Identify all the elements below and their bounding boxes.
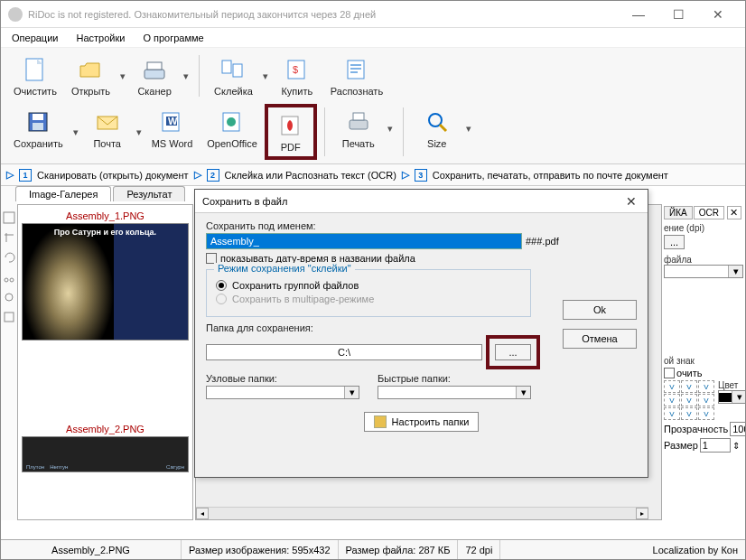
tab-ocr[interactable]: OCR xyxy=(694,206,724,219)
mail-button[interactable]: Почта xyxy=(81,104,134,153)
scanner-dropdown[interactable]: ▾ xyxy=(181,70,191,82)
step-3-badge: 3 xyxy=(415,169,427,182)
toolbar: Очистить Открыть ▾ Сканер ▾ Склейка ▾ $ … xyxy=(1,48,745,164)
cut-icon[interactable] xyxy=(3,271,15,284)
magnifier-icon xyxy=(423,107,452,136)
open-dropdown[interactable]: ▾ xyxy=(117,70,128,82)
svg-rect-7 xyxy=(348,61,364,79)
pdf-button[interactable]: PDF xyxy=(265,104,317,160)
folder-open-icon xyxy=(76,55,105,84)
dpi-browse[interactable]: ... xyxy=(664,235,685,249)
watermark-position-grid[interactable]: VVV VVV VVV xyxy=(664,380,714,420)
svg-text:$: $ xyxy=(293,64,298,75)
scanner-icon xyxy=(140,55,169,84)
scanner-button[interactable]: Сканер xyxy=(128,51,181,100)
mode-legend: Режим сохранения "склейки" xyxy=(214,263,355,274)
watermark-label: ой знак xyxy=(664,356,743,366)
quick-folders-combo[interactable]: ▾ xyxy=(378,386,531,399)
svg-rect-2 xyxy=(147,62,162,70)
cancel-button[interactable]: Отмена xyxy=(563,329,637,349)
minimize-button[interactable]: — xyxy=(619,2,658,27)
thumbnail-image: Плутон Нептун Сатурн xyxy=(22,436,189,472)
save-button[interactable]: Сохранить xyxy=(6,104,70,153)
recognize-button[interactable]: Распознать xyxy=(323,51,390,100)
close-button[interactable]: ✕ xyxy=(698,2,738,27)
node-folders-combo[interactable]: ▾ xyxy=(206,386,359,399)
folder-combo[interactable]: C:\ xyxy=(206,344,482,360)
image-gallery: Assembly_1.PNG Про Сатурн и его кольца. … xyxy=(17,204,193,520)
save-dropdown[interactable]: ▾ xyxy=(70,126,81,138)
thumbnail[interactable]: Assembly_1.PNG Про Сатурн и его кольца. xyxy=(22,209,189,341)
printer-icon xyxy=(344,107,373,136)
menu-settings[interactable]: Настройки xyxy=(70,31,130,45)
menu-about[interactable]: О программе xyxy=(137,31,209,45)
ocr-icon xyxy=(342,55,371,84)
dialog-close[interactable]: ✕ xyxy=(622,194,640,209)
save-as-label: Сохранить под именем: xyxy=(206,220,637,231)
tab-ika[interactable]: ЙКА xyxy=(664,206,693,219)
browse-highlight: ... xyxy=(486,335,540,369)
panel-close[interactable]: ✕ xyxy=(727,206,741,219)
svg-point-19 xyxy=(227,117,236,126)
radio-group-files[interactable] xyxy=(216,280,227,291)
step-1-badge: 1 xyxy=(19,169,32,182)
status-filesize: Размер файла: 287 КБ xyxy=(339,540,459,559)
open-button[interactable]: Открыть xyxy=(64,51,117,100)
browse-button[interactable]: ... xyxy=(495,344,531,360)
tool-icon[interactable] xyxy=(3,211,15,224)
tab-gallery[interactable]: Image-Галерея xyxy=(15,186,111,201)
svg-line-24 xyxy=(440,125,446,131)
msword-button[interactable]: W MS Word xyxy=(145,104,200,153)
floppy-icon xyxy=(23,107,52,136)
stitch-dropdown[interactable]: ▾ xyxy=(260,70,271,82)
file-format-combo[interactable]: ▾ xyxy=(664,265,743,278)
vertical-toolbar xyxy=(1,186,17,520)
tab-result[interactable]: Результат xyxy=(113,186,185,201)
stitch-button[interactable]: Склейка xyxy=(207,51,260,100)
dialog-title: Сохранить в файл xyxy=(202,196,622,207)
size-spinner[interactable]: 1 xyxy=(700,438,731,453)
opacity-spinner[interactable]: 100 xyxy=(730,422,746,436)
status-filename: Assembly_2.PNG xyxy=(1,540,182,559)
refresh-icon[interactable] xyxy=(3,311,15,323)
openoffice-icon xyxy=(218,107,247,136)
svg-rect-12 xyxy=(33,114,43,120)
step-2-badge: 2 xyxy=(207,169,219,182)
node-folders-label: Узловые папки: xyxy=(206,373,359,384)
menubar: Операции Настройки О программе xyxy=(1,28,745,48)
thumbnail[interactable]: Assembly_2.PNG Плутон Нептун Сатурн xyxy=(22,422,189,472)
titlebar: RiDoc is not registered. Ознакомительный… xyxy=(1,1,745,28)
mail-icon xyxy=(93,107,122,136)
print-dropdown[interactable]: ▾ xyxy=(385,123,396,135)
svg-rect-1 xyxy=(145,70,164,79)
status-localization: Localization by Кон xyxy=(646,540,745,559)
watermark-checkbox[interactable] xyxy=(664,368,675,378)
arrow-icon: ▷ xyxy=(194,169,201,181)
size-button[interactable]: Size xyxy=(411,104,463,153)
mail-dropdown[interactable]: ▾ xyxy=(134,126,145,138)
size-dropdown[interactable]: ▾ xyxy=(463,123,474,135)
status-imagesize: Размер изображения: 595x432 xyxy=(182,540,339,559)
horizontal-scrollbar[interactable]: ◂▸ xyxy=(196,507,648,519)
new-doc-icon xyxy=(21,55,50,84)
svg-rect-4 xyxy=(233,64,242,77)
arrow-icon: ▷ xyxy=(6,169,14,181)
color-combo[interactable]: ▾ xyxy=(718,390,746,404)
ok-button[interactable]: Ok xyxy=(563,300,637,320)
openoffice-button[interactable]: OpenOffice xyxy=(200,104,264,153)
svg-rect-13 xyxy=(33,123,43,130)
print-button[interactable]: Печать xyxy=(332,104,385,153)
stitch-icon xyxy=(219,55,247,84)
gear-icon[interactable] xyxy=(3,291,15,303)
maximize-button[interactable]: ☐ xyxy=(658,2,698,27)
buy-button[interactable]: $ Купить xyxy=(271,51,323,100)
step-2-label: Склейка или Распознать текст (OCR) xyxy=(225,170,396,181)
rotate-icon[interactable] xyxy=(3,251,15,264)
thumbnail-image: Про Сатурн и его кольца. xyxy=(22,223,189,341)
clear-button[interactable]: Очистить xyxy=(6,51,64,100)
crop-icon[interactable] xyxy=(3,231,15,244)
filename-input[interactable]: Assembly_ xyxy=(206,233,522,249)
configure-folders-button[interactable]: Настроить папки xyxy=(364,412,480,432)
menu-operations[interactable]: Операции xyxy=(6,31,63,45)
save-dialog: Сохранить в файл ✕ Сохранить под именем:… xyxy=(194,189,648,478)
